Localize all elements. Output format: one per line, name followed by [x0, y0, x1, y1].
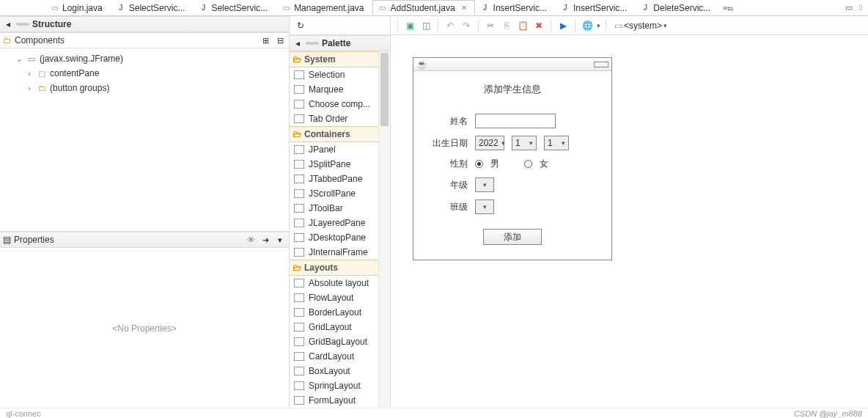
- copy-icon[interactable]: ⎘: [500, 19, 513, 32]
- palette-item[interactable]: BoxLayout: [290, 364, 390, 378]
- twisty-closed-icon[interactable]: ›: [25, 84, 34, 92]
- year-select[interactable]: 2022▾: [475, 136, 504, 150]
- java-cup-icon: ☕: [416, 59, 427, 70]
- twisty-open-icon[interactable]: ⌄: [15, 55, 23, 63]
- palette-item[interactable]: Tab Order: [290, 111, 390, 126]
- tab-label: Management.java: [294, 3, 364, 13]
- male-radio[interactable]: [475, 160, 483, 168]
- minimize-icon[interactable]: [594, 62, 608, 67]
- tree-label: (button groups): [50, 83, 109, 93]
- system-label: <system>: [624, 21, 662, 31]
- palette-item[interactable]: JDesktopPane: [290, 230, 390, 245]
- palette-category[interactable]: 🗁System: [290, 51, 390, 67]
- palette-item[interactable]: CardLayout: [290, 349, 390, 364]
- frame-icon: ▭: [26, 54, 37, 64]
- minimize-maximize[interactable]: ▭ ⃞: [845, 0, 868, 15]
- palette-item-label: GridLayout: [309, 322, 352, 332]
- palette-item[interactable]: BorderLayout: [290, 305, 390, 320]
- palette-item[interactable]: JSplitPane: [290, 157, 390, 172]
- redo-icon[interactable]: ↷: [460, 19, 473, 32]
- paste-icon[interactable]: 📋: [516, 19, 529, 32]
- editor-tabs: ▭Login.javaJSelectServic...JSelectServic…: [0, 0, 868, 16]
- category-label: Containers: [304, 129, 350, 139]
- cursor-icon[interactable]: ↻: [294, 19, 307, 32]
- twisty-closed-icon[interactable]: ›: [25, 70, 34, 78]
- goto-icon[interactable]: ➜: [260, 234, 271, 246]
- palette-item[interactable]: JToolBar: [290, 201, 390, 216]
- folder-icon: 🗀: [37, 83, 47, 93]
- grade-select[interactable]: ▾: [475, 177, 494, 192]
- palette-item[interactable]: JInternalFrame: [290, 245, 390, 260]
- cut-icon[interactable]: ✂: [484, 19, 497, 32]
- palette-item-label: GridBagLayout: [309, 337, 367, 347]
- palette-scrollbar[interactable]: [378, 51, 390, 409]
- editor-tab[interactable]: JSelectServic...: [193, 0, 276, 15]
- tab-label: AddStudent.java: [391, 3, 455, 13]
- design-canvas[interactable]: ☕ 添加学生信息 姓名 出生日期 2022▾ 1▾ 1▾: [391, 35, 868, 409]
- show-events-icon[interactable]: 👁: [245, 234, 257, 246]
- tabs-overflow[interactable]: »₂₀: [718, 0, 738, 15]
- female-radio[interactable]: [524, 160, 532, 168]
- palette-item-label: FlowLayout: [309, 293, 353, 303]
- component-icon: [294, 337, 304, 346]
- tree-node[interactable]: ›🗀(button groups): [4, 81, 284, 95]
- palette-item[interactable]: GridLayout: [290, 320, 390, 334]
- palette-item[interactable]: Selection: [290, 67, 390, 82]
- palette-item[interactable]: Absolute layout: [290, 276, 390, 290]
- editor-tab[interactable]: JDeleteServic...: [635, 0, 718, 15]
- collapse-icon[interactable]: ◂: [293, 38, 303, 48]
- jframe-preview[interactable]: ☕ 添加学生信息 姓名 出生日期 2022▾ 1▾ 1▾: [413, 57, 612, 260]
- properties-title: Properties: [14, 235, 54, 245]
- expand-all-icon[interactable]: ⊞: [260, 34, 271, 46]
- palette-item-label: BorderLayout: [309, 307, 361, 318]
- class-select[interactable]: ▾: [475, 199, 494, 214]
- name-input[interactable]: [475, 114, 556, 128]
- palette-item[interactable]: JPanel: [290, 142, 390, 157]
- tree-node[interactable]: ›▢contentPane: [4, 66, 284, 81]
- close-icon[interactable]: ✕: [461, 4, 467, 12]
- look-and-feel-selector[interactable]: ▭ <system> ▾: [611, 21, 670, 31]
- properties-header: ▤ Properties 👁 ➜ ▾: [0, 232, 289, 248]
- palette-item[interactable]: JScrollPane: [290, 186, 390, 201]
- month-select[interactable]: 1▾: [512, 136, 537, 150]
- delete-icon[interactable]: ✖: [532, 19, 545, 32]
- java-file-icon: J: [116, 3, 126, 13]
- editor-tab[interactable]: ▭Login.java: [44, 0, 111, 15]
- editor-tab[interactable]: ▭AddStudent.java✕: [372, 0, 475, 15]
- palette-item[interactable]: Choose comp...: [290, 97, 390, 111]
- palette-category[interactable]: 🗁Layouts: [290, 260, 390, 276]
- preview-icon[interactable]: ▶: [556, 19, 570, 32]
- palette-item[interactable]: JLayeredPane: [290, 216, 390, 230]
- palette-item[interactable]: SpringLayout: [290, 378, 390, 393]
- editor-tab[interactable]: JInsertServic...: [555, 0, 635, 15]
- props-menu-icon[interactable]: ▾: [274, 234, 286, 246]
- collapse-icon[interactable]: ◂: [3, 19, 13, 29]
- palette-item[interactable]: Marquee: [290, 82, 390, 97]
- collapse-all-icon[interactable]: ⊟: [274, 34, 286, 46]
- palette-item[interactable]: JTabbedPane: [290, 172, 390, 186]
- select-parent-icon[interactable]: ▣: [403, 19, 416, 32]
- java-file-icon: J: [560, 3, 570, 13]
- globe-icon[interactable]: 🌐: [581, 19, 594, 32]
- editor-tab[interactable]: ▭Management.java: [276, 0, 372, 15]
- editor-tab[interactable]: JSelectServic...: [111, 0, 194, 15]
- add-button[interactable]: 添加: [483, 229, 542, 245]
- frame-titlebar: ☕: [413, 58, 611, 71]
- tab-label: SelectServic...: [129, 3, 185, 13]
- undo-icon[interactable]: ↶: [444, 19, 457, 32]
- palette-item[interactable]: FlowLayout: [290, 290, 390, 305]
- component-icon: [294, 293, 304, 302]
- palette-item[interactable]: FormLayout: [290, 393, 390, 408]
- components-header: 🗀 Components ⊞ ⊟: [0, 32, 289, 48]
- content-pane: 添加学生信息 姓名 出生日期 2022▾ 1▾ 1▾ 性别 男: [413, 71, 611, 260]
- palette-category[interactable]: 🗁Containers: [290, 126, 390, 142]
- select-child-icon[interactable]: ◫: [419, 19, 433, 32]
- palette-item-label: JSplitPane: [309, 159, 350, 169]
- palette-item[interactable]: GridBagLayout: [290, 334, 390, 349]
- tree-node[interactable]: ⌄▭(javax.swing.JFrame): [4, 51, 284, 66]
- editor-tab[interactable]: JInsertServic...: [475, 0, 555, 15]
- component-icon: [294, 323, 304, 331]
- designer-column: ▣ ◫ ↶ ↷ ✂ ⎘ 📋 ✖ ▶ 🌐 ▾ ▭ <system> ▾: [391, 16, 868, 409]
- name-label: 姓名: [424, 115, 468, 128]
- day-select[interactable]: 1▾: [544, 136, 569, 150]
